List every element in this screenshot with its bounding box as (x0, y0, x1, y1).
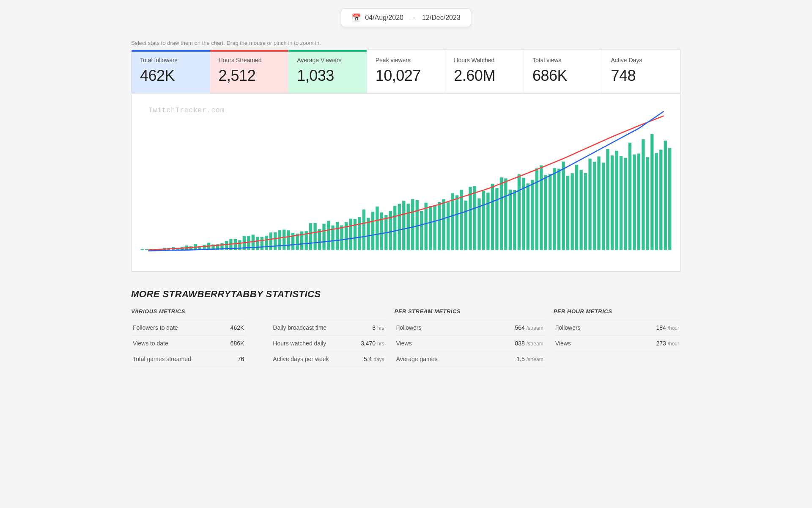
svg-rect-107 (615, 151, 618, 250)
svg-rect-31 (278, 230, 281, 250)
metric-value: 184 /hour (623, 320, 681, 336)
svg-rect-65 (429, 206, 432, 250)
svg-rect-1 (145, 249, 148, 250)
svg-rect-109 (624, 158, 627, 250)
more-stats-section: MORE STRAWBERRYTABBY STATISTICS VARIOUS … (131, 289, 681, 367)
metric-label: Daily broadcast time (271, 320, 334, 336)
svg-rect-33 (287, 230, 290, 250)
stat-card-average-viewers[interactable]: Average Viewers 1,033 (288, 50, 367, 93)
svg-rect-61 (411, 199, 414, 250)
svg-rect-80 (495, 188, 498, 250)
table-row: Followers to date 462K (131, 320, 246, 336)
svg-rect-26 (256, 237, 259, 250)
per-hour-title: PER HOUR METRICS (554, 308, 681, 315)
svg-rect-67 (438, 202, 441, 250)
metric-label: Followers (554, 320, 624, 336)
svg-rect-29 (269, 232, 272, 250)
chart-container[interactable]: TwitchTracker.com Jul '21 Oct '21 Jan '2… (131, 94, 681, 272)
svg-rect-44 (336, 222, 339, 250)
svg-rect-95 (562, 162, 565, 250)
svg-rect-32 (283, 229, 285, 250)
per-hour-metrics-column: PER HOUR METRICS Followers 184 /hour Vie… (545, 308, 681, 367)
svg-rect-112 (637, 154, 640, 250)
svg-rect-48 (354, 219, 357, 250)
broadcast-metrics-table: Daily broadcast time 3 hrs Hours watched… (271, 320, 386, 367)
svg-rect-89 (535, 168, 538, 250)
metric-label: Followers to date (131, 320, 194, 336)
svg-rect-82 (504, 178, 507, 250)
svg-rect-96 (566, 176, 569, 250)
svg-rect-84 (513, 190, 516, 250)
svg-rect-104 (602, 163, 605, 250)
svg-rect-69 (447, 202, 450, 250)
stat-card-peak-viewers[interactable]: Peak viewers 10,027 (367, 50, 446, 93)
stat-label: Peak viewers (376, 57, 437, 64)
metric-value: 3,470 hrs (335, 336, 386, 351)
metric-label: Total games streamed (131, 351, 194, 367)
svg-rect-66 (433, 205, 436, 250)
metric-value: 686K (194, 336, 246, 351)
per-stream-metrics-column: PER STREAM METRICS Followers 564 /stream… (386, 308, 545, 367)
various-metrics-table: Followers to date 462K Views to date 686… (131, 320, 246, 367)
per-stream-table: Followers 564 /stream Views 838 /stream … (395, 320, 545, 367)
metric-value: 3 hrs (335, 320, 386, 336)
stat-card-active-days[interactable]: Active Days 748 (602, 50, 680, 93)
svg-rect-54 (380, 213, 383, 250)
date-start: 04/Aug/2020 (365, 14, 403, 22)
instruction-text: Select stats to draw them on the chart. … (131, 40, 681, 46)
stat-value: 2.60M (454, 67, 515, 85)
metric-value: 76 (194, 351, 246, 367)
stats-row: Total followers 462K Hours Streamed 2,51… (132, 50, 680, 94)
svg-rect-47 (349, 219, 352, 250)
svg-rect-87 (527, 183, 529, 250)
metric-value: 5.4 days (335, 351, 386, 367)
svg-rect-115 (650, 134, 653, 250)
stat-label: Hours Watched (454, 57, 515, 64)
stat-value: 1,033 (297, 67, 358, 85)
svg-rect-97 (571, 173, 573, 250)
svg-rect-63 (420, 211, 423, 250)
svg-rect-105 (606, 149, 609, 250)
svg-rect-78 (486, 193, 489, 250)
metric-value: 838 /stream (477, 336, 545, 351)
metric-label: Views (395, 336, 477, 351)
svg-rect-114 (646, 157, 649, 250)
svg-rect-94 (557, 169, 560, 250)
metric-label: Views (554, 336, 624, 351)
stat-value: 748 (611, 67, 672, 85)
svg-rect-108 (620, 156, 623, 250)
svg-rect-71 (455, 195, 458, 250)
metric-label: Hours watched daily (271, 336, 334, 351)
date-range-pill[interactable]: 📅 04/Aug/2020 → 12/Dec/2023 (341, 8, 471, 27)
svg-rect-100 (584, 173, 587, 250)
date-end: 12/Dec/2023 (422, 14, 461, 22)
left-metrics: VARIOUS METRICS Followers to date 462K V… (131, 308, 386, 367)
more-stats-title: MORE STRAWBERRYTABBY STATISTICS (131, 289, 681, 300)
various-metrics-title: VARIOUS METRICS (131, 308, 246, 315)
stat-card-hours-streamed[interactable]: Hours Streamed 2,512 (210, 50, 289, 93)
svg-rect-116 (655, 153, 658, 250)
svg-rect-90 (540, 166, 543, 250)
svg-rect-72 (460, 190, 463, 250)
per-stream-title: PER STREAM METRICS (395, 308, 545, 315)
svg-rect-50 (362, 210, 365, 250)
svg-rect-102 (593, 162, 596, 250)
table-row: Followers 184 /hour (554, 320, 681, 336)
stat-value: 10,027 (376, 67, 437, 85)
svg-rect-92 (549, 174, 551, 250)
stat-card-total-views[interactable]: Total views 686K (524, 50, 603, 93)
table-row: Active days per week 5.4 days (271, 351, 386, 367)
svg-rect-58 (398, 204, 401, 250)
broadcast-metrics-title (271, 308, 386, 315)
stats-container: Total followers 462K Hours Streamed 2,51… (131, 50, 681, 94)
svg-rect-75 (473, 186, 476, 250)
svg-rect-49 (358, 217, 361, 250)
table-row: Total games streamed 76 (131, 351, 246, 367)
stat-card-total-followers[interactable]: Total followers 462K (132, 50, 210, 93)
stat-value: 2,512 (219, 67, 280, 85)
stat-value: 462K (140, 67, 201, 85)
svg-rect-85 (518, 174, 521, 250)
svg-rect-0 (141, 249, 144, 250)
stat-card-hours-watched[interactable]: Hours Watched 2.60M (445, 50, 524, 93)
svg-rect-83 (509, 190, 512, 250)
